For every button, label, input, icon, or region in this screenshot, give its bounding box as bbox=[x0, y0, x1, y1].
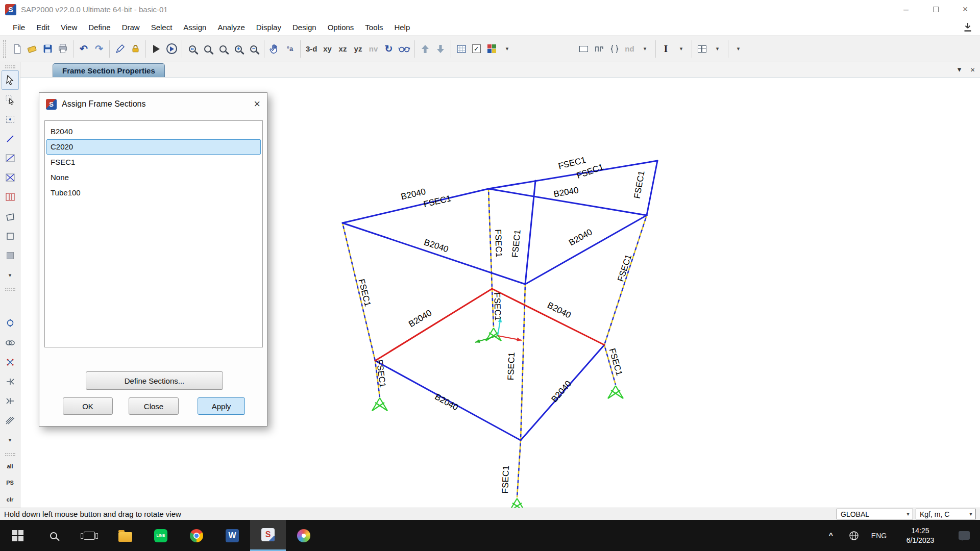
view-3d-button[interactable]: 3-d bbox=[303, 40, 320, 58]
menu-view[interactable]: View bbox=[55, 19, 83, 35]
tray-expand-button[interactable]: ^ bbox=[820, 520, 842, 551]
draw-pen-icon[interactable] bbox=[112, 40, 128, 58]
open-model-icon[interactable] bbox=[24, 40, 40, 58]
menu-options[interactable]: Options bbox=[322, 19, 360, 35]
select-pointer-icon[interactable] bbox=[2, 70, 19, 90]
pan-icon[interactable] bbox=[267, 40, 282, 58]
zoom-out-icon[interactable]: − bbox=[246, 40, 261, 58]
edit-more-dropdown-icon[interactable]: ▾ bbox=[2, 430, 19, 449]
section-list[interactable]: B2040 C2020 FSEC1 None Tube100 bbox=[44, 120, 263, 347]
draw-poly-area-icon[interactable] bbox=[2, 207, 19, 226]
section-cut-i-icon[interactable]: I bbox=[658, 40, 674, 58]
toolbar-grip[interactable] bbox=[3, 40, 6, 58]
chrome-button[interactable] bbox=[179, 520, 214, 551]
quick-draw-frame-icon[interactable] bbox=[2, 148, 19, 168]
move-down-icon[interactable] bbox=[433, 40, 448, 58]
more-tools-dropdown-icon[interactable]: ▾ bbox=[731, 40, 746, 58]
redo-icon[interactable]: ↷ bbox=[91, 40, 107, 58]
dialog-titlebar[interactable]: S Assign Frame Sections × bbox=[39, 93, 267, 115]
run-analysis-icon[interactable] bbox=[149, 40, 164, 58]
display-table-icon[interactable] bbox=[695, 40, 710, 58]
new-model-icon[interactable] bbox=[9, 40, 24, 58]
task-view-button[interactable] bbox=[71, 520, 107, 551]
divide-frames-icon[interactable] bbox=[2, 353, 19, 372]
zoom-previous-icon[interactable] bbox=[215, 40, 231, 58]
undo-icon[interactable]: ↶ bbox=[76, 40, 91, 58]
units-select[interactable]: Kgf, m, C ▾ bbox=[916, 509, 976, 519]
pi-shape-icon[interactable] bbox=[592, 40, 607, 58]
draw-special-joint-icon[interactable] bbox=[2, 109, 19, 129]
search-button[interactable] bbox=[36, 520, 71, 551]
select-reshape-icon[interactable] bbox=[2, 90, 19, 109]
word-button[interactable]: W bbox=[214, 520, 250, 551]
line-app-button[interactable]: LINE bbox=[143, 520, 179, 551]
side-toolbar-grip[interactable] bbox=[5, 288, 15, 291]
clear-selection-button[interactable]: clr bbox=[2, 491, 19, 508]
nd-button[interactable]: nd bbox=[622, 40, 638, 58]
table-dropdown-icon[interactable]: ▾ bbox=[710, 40, 725, 58]
side-toolbar-grip[interactable] bbox=[5, 65, 15, 68]
apply-button[interactable]: Apply bbox=[198, 397, 245, 415]
action-center-button[interactable] bbox=[948, 520, 980, 551]
draw-link-icon[interactable] bbox=[2, 313, 19, 333]
close-button[interactable]: × bbox=[950, 0, 980, 19]
view-list-chevron-icon[interactable]: ▾ bbox=[958, 65, 962, 74]
perspective-glasses-icon[interactable] bbox=[397, 40, 412, 58]
braces-icon[interactable] bbox=[607, 40, 622, 58]
select-all-button[interactable]: all bbox=[2, 458, 19, 474]
quick-draw-secondary-beams-icon[interactable] bbox=[2, 187, 19, 207]
language-button[interactable]: ENG bbox=[866, 520, 892, 551]
menu-file[interactable]: File bbox=[7, 19, 31, 35]
zoom-in-icon[interactable]: + bbox=[231, 40, 246, 58]
section-list-item[interactable]: None bbox=[46, 170, 261, 185]
rect-tool-icon[interactable] bbox=[576, 40, 592, 58]
download-icon[interactable] bbox=[963, 21, 973, 35]
view-xz-button[interactable]: xz bbox=[335, 40, 351, 58]
maximize-button[interactable] bbox=[921, 0, 950, 19]
sap-logo-icon[interactable]: S bbox=[5, 4, 16, 15]
menu-design[interactable]: Design bbox=[287, 19, 322, 35]
trim-end-icon[interactable] bbox=[2, 391, 19, 411]
network-button[interactable] bbox=[842, 520, 866, 551]
section-list-item[interactable]: B2040 bbox=[46, 124, 261, 139]
snap-options-icon[interactable]: °a bbox=[282, 40, 298, 58]
view-yz-button[interactable]: yz bbox=[351, 40, 366, 58]
display-options-checkbox-icon[interactable]: ✓ bbox=[469, 40, 484, 58]
trim-start-icon[interactable] bbox=[2, 372, 19, 391]
quick-draw-braces-icon[interactable] bbox=[2, 168, 19, 187]
draw-area-icon[interactable] bbox=[2, 246, 19, 265]
menu-edit[interactable]: Edit bbox=[31, 19, 55, 35]
view-nv-button[interactable]: nv bbox=[366, 40, 381, 58]
section-cut-dropdown-icon[interactable]: ▾ bbox=[674, 40, 689, 58]
menu-display[interactable]: Display bbox=[251, 19, 287, 35]
view-xy-button[interactable]: xy bbox=[320, 40, 335, 58]
zoom-window-icon[interactable] bbox=[185, 40, 200, 58]
dialog-close-icon[interactable]: × bbox=[254, 98, 260, 110]
define-sections-button[interactable]: Define Sections... bbox=[86, 371, 223, 390]
rotate-view-icon[interactable]: ↻ bbox=[381, 40, 397, 58]
draw-frame-icon[interactable] bbox=[2, 129, 19, 148]
draw-rect-area-icon[interactable] bbox=[2, 227, 19, 246]
save-model-icon[interactable] bbox=[40, 40, 55, 58]
menu-analyze[interactable]: Analyze bbox=[212, 19, 250, 35]
close-dialog-button[interactable]: Close bbox=[129, 397, 179, 415]
coordinate-system-select[interactable]: GLOBAL ▾ bbox=[837, 509, 913, 519]
ok-button[interactable]: OK bbox=[63, 397, 113, 415]
tab-frame-section-properties[interactable]: Frame Section Properties bbox=[53, 63, 165, 77]
menu-define[interactable]: Define bbox=[83, 19, 116, 35]
menu-select[interactable]: Select bbox=[145, 19, 178, 35]
section-list-item[interactable]: FSEC1 bbox=[46, 155, 261, 170]
display-style-dropdown-icon[interactable]: ▾ bbox=[500, 40, 515, 58]
display-style-palette-icon[interactable] bbox=[484, 40, 500, 58]
titlebar[interactable]: S SAP2000 v22.0.0 Ultimate 64-bit - basi… bbox=[0, 0, 980, 19]
lock-icon[interactable] bbox=[128, 40, 143, 58]
section-list-item[interactable]: C2020 bbox=[46, 139, 261, 155]
menu-help[interactable]: Help bbox=[388, 19, 415, 35]
view-close-icon[interactable]: × bbox=[970, 65, 975, 74]
nd-dropdown-icon[interactable]: ▾ bbox=[638, 40, 653, 58]
start-button[interactable] bbox=[0, 520, 36, 551]
mesh-hatch-icon[interactable] bbox=[2, 411, 19, 430]
zoom-full-view-icon[interactable] bbox=[200, 40, 215, 58]
grid-options-icon[interactable] bbox=[454, 40, 469, 58]
menu-draw[interactable]: Draw bbox=[116, 19, 145, 35]
